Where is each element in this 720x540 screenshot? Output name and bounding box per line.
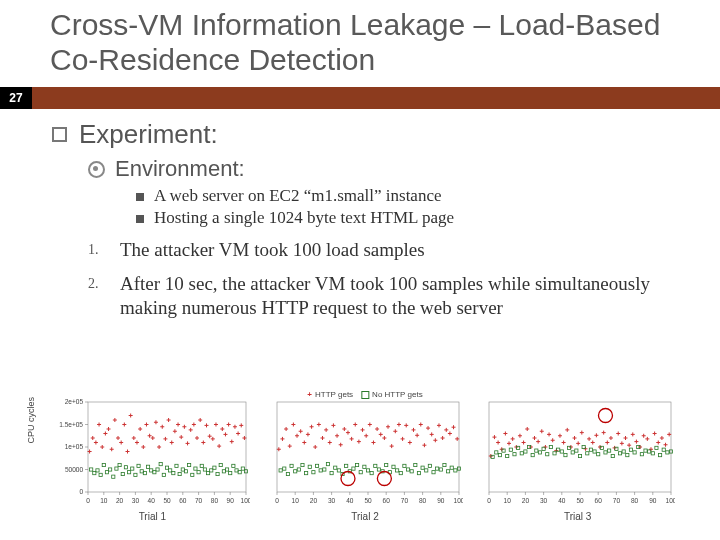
svg-text:40: 40 bbox=[559, 497, 567, 504]
svg-rect-498 bbox=[553, 452, 556, 455]
svg-text:20: 20 bbox=[116, 497, 124, 504]
svg-rect-348 bbox=[432, 471, 435, 474]
heading-level-2-text: Environment: bbox=[115, 156, 245, 182]
svg-rect-326 bbox=[352, 467, 355, 470]
svg-rect-181 bbox=[241, 467, 244, 470]
svg-rect-332 bbox=[373, 464, 376, 467]
x-axis-label: Trial 1 bbox=[50, 511, 255, 522]
svg-rect-173 bbox=[216, 472, 219, 475]
svg-rect-167 bbox=[197, 471, 200, 474]
svg-rect-324 bbox=[344, 464, 347, 467]
svg-rect-156 bbox=[162, 473, 165, 476]
svg-rect-503 bbox=[571, 451, 574, 454]
chart-panel-1: CPU cycles 01020304050607080901000500001… bbox=[50, 392, 255, 532]
svg-rect-329 bbox=[362, 465, 365, 468]
step-number: 1. bbox=[88, 238, 106, 259]
svg-rect-528 bbox=[662, 448, 665, 451]
svg-rect-308 bbox=[286, 472, 289, 475]
step-number: 2. bbox=[88, 272, 106, 293]
svg-text:0: 0 bbox=[275, 497, 279, 504]
svg-text:20: 20 bbox=[309, 497, 317, 504]
svg-text:70: 70 bbox=[613, 497, 621, 504]
svg-text:60: 60 bbox=[179, 497, 187, 504]
svg-rect-510 bbox=[597, 453, 600, 456]
svg-rect-144 bbox=[124, 466, 127, 469]
svg-rect-338 bbox=[395, 469, 398, 472]
step-item: 2. After 10 sec, the attacker VM took 10… bbox=[88, 272, 690, 320]
svg-rect-146 bbox=[131, 467, 134, 470]
svg-rect-344 bbox=[417, 472, 420, 475]
svg-rect-487 bbox=[513, 453, 516, 456]
svg-rect-168 bbox=[200, 464, 203, 467]
svg-rect-513 bbox=[608, 449, 611, 452]
svg-rect-327 bbox=[355, 463, 358, 466]
svg-text:70: 70 bbox=[400, 497, 408, 504]
svg-rect-152 bbox=[150, 469, 153, 472]
svg-rect-161 bbox=[178, 472, 181, 475]
svg-text:80: 80 bbox=[631, 497, 639, 504]
svg-rect-490 bbox=[524, 450, 527, 453]
svg-text:0: 0 bbox=[488, 497, 492, 504]
svg-text:60: 60 bbox=[382, 497, 390, 504]
svg-rect-500 bbox=[561, 450, 564, 453]
svg-rect-149 bbox=[140, 470, 143, 473]
legend-item: No HTTP gets bbox=[361, 390, 423, 399]
svg-rect-165 bbox=[191, 473, 194, 476]
svg-rect-145 bbox=[127, 471, 130, 474]
svg-rect-154 bbox=[156, 468, 159, 471]
svg-rect-157 bbox=[165, 466, 168, 469]
svg-rect-163 bbox=[184, 470, 187, 473]
svg-rect-506 bbox=[582, 445, 585, 448]
svg-point-531 bbox=[599, 409, 613, 423]
chart-panel-3: 0102030405060708090100 Trial 3 bbox=[475, 392, 680, 532]
svg-rect-505 bbox=[579, 454, 582, 457]
chart-panel-2: + HTTP gets No HTTP gets 010203040506070… bbox=[263, 392, 468, 532]
x-axis-label: Trial 2 bbox=[263, 511, 468, 522]
svg-rect-140 bbox=[112, 475, 115, 478]
svg-text:60: 60 bbox=[595, 497, 603, 504]
svg-rect-317 bbox=[319, 469, 322, 472]
svg-rect-316 bbox=[315, 464, 318, 467]
svg-rect-315 bbox=[311, 471, 314, 474]
svg-rect-162 bbox=[181, 468, 184, 471]
svg-rect-138 bbox=[105, 471, 108, 474]
svg-rect-321 bbox=[333, 466, 336, 469]
svg-rect-483 bbox=[499, 454, 502, 457]
svg-rect-311 bbox=[297, 468, 300, 471]
svg-rect-330 bbox=[366, 469, 369, 472]
svg-rect-133 bbox=[90, 468, 93, 471]
svg-text:0: 0 bbox=[79, 488, 83, 495]
page-number-badge: 27 bbox=[0, 87, 32, 109]
svg-rect-153 bbox=[153, 471, 156, 474]
svg-rect-345 bbox=[421, 466, 424, 469]
legend-label: HTTP gets bbox=[315, 390, 353, 399]
svg-text:50: 50 bbox=[364, 497, 372, 504]
svg-rect-306 bbox=[279, 469, 282, 472]
svg-rect-166 bbox=[194, 467, 197, 470]
svg-rect-180 bbox=[238, 471, 241, 474]
svg-rect-136 bbox=[99, 473, 102, 476]
svg-rect-177 bbox=[229, 472, 232, 475]
env-item: Hosting a single 1024 byte text HTML pag… bbox=[136, 208, 690, 228]
step-text: The attacker VM took 100 load samples bbox=[120, 238, 425, 262]
svg-rect-141 bbox=[115, 467, 118, 470]
svg-rect-341 bbox=[406, 468, 409, 471]
svg-text:80: 80 bbox=[419, 497, 427, 504]
scatter-chart: 01020304050607080901000500001e+051.5e+05… bbox=[50, 392, 250, 510]
svg-rect-485 bbox=[506, 454, 509, 457]
svg-rect-351 bbox=[443, 463, 446, 466]
svg-rect-178 bbox=[232, 464, 235, 467]
svg-rect-139 bbox=[109, 468, 112, 471]
legend-item: + HTTP gets bbox=[307, 390, 353, 399]
svg-text:50: 50 bbox=[163, 497, 171, 504]
accent-band: 27 bbox=[0, 87, 720, 109]
svg-text:40: 40 bbox=[148, 497, 156, 504]
svg-rect-135 bbox=[96, 469, 99, 472]
square-marker-icon bbox=[361, 391, 369, 399]
svg-rect-134 bbox=[93, 472, 96, 475]
svg-rect-159 bbox=[172, 472, 175, 475]
svg-rect-489 bbox=[521, 452, 524, 455]
svg-rect-160 bbox=[175, 464, 178, 467]
svg-rect-352 bbox=[446, 470, 449, 473]
svg-text:50: 50 bbox=[577, 497, 585, 504]
